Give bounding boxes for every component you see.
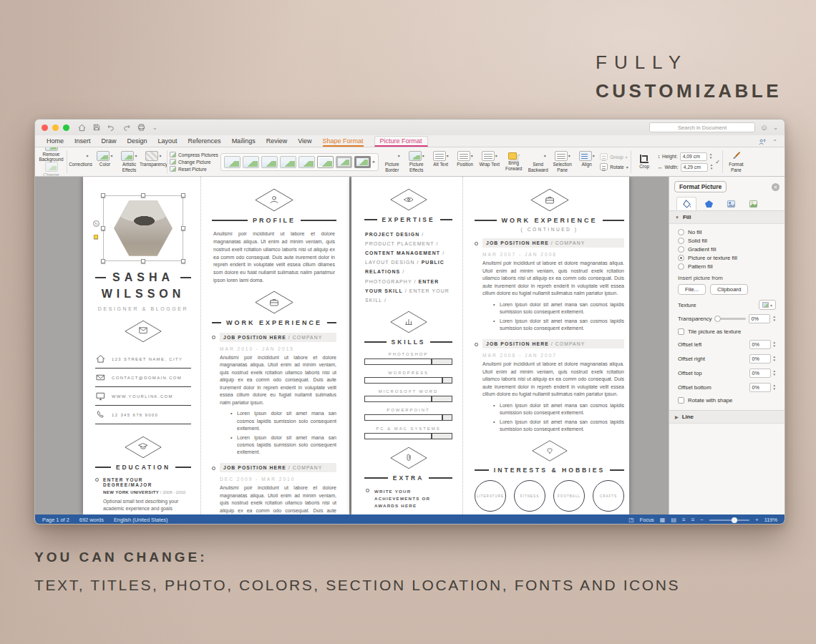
transparency-stepper[interactable]: ▲▼ (773, 316, 776, 321)
outline-view-icon[interactable]: ≡ (682, 517, 686, 523)
crop-button[interactable]: Crop (633, 155, 656, 169)
ribbon-stack-button[interactable]: Change Picture (170, 159, 218, 165)
profile-photo-selection[interactable]: ↻ (103, 195, 183, 261)
resume-page-1[interactable]: ↻ SASHA WILSSON DESIGNER & BLOGGER (83, 177, 349, 514)
fill-option-row[interactable]: Pattern fill (669, 261, 785, 270)
offset-stepper[interactable]: ▲▼ (773, 384, 776, 390)
ribbon-collapse-chevron[interactable]: ⌃ (772, 139, 777, 145)
radio-button[interactable] (678, 238, 684, 244)
page-indicator[interactable]: Page 1 of 2 (42, 517, 69, 523)
ribbon-button[interactable]: ▾ Position (454, 151, 476, 172)
redo-icon[interactable] (122, 124, 130, 131)
format-pane-button[interactable]: Format Pane (725, 151, 747, 172)
effects-tab[interactable] (699, 197, 719, 210)
selection-handle[interactable] (101, 193, 105, 197)
picture-style-thumbnail[interactable] (224, 156, 241, 168)
offset-value-input[interactable]: 0% (749, 340, 771, 349)
zoom-in-icon[interactable]: + (755, 517, 759, 523)
picture-style-thumbnail[interactable] (261, 156, 278, 168)
texture-dropdown[interactable]: ▾ (759, 300, 776, 310)
ribbon-button[interactable]: ▾ Transparency (142, 151, 165, 172)
undo-icon[interactable] (107, 124, 115, 131)
selection-handle[interactable] (101, 226, 105, 230)
focus-toggle[interactable]: Focus (640, 517, 654, 523)
selection-handle[interactable] (181, 193, 185, 197)
fill-option-row[interactable]: Solid fill (669, 235, 785, 244)
ribbon-button[interactable]: ▾ Align (575, 151, 598, 172)
picture-style-thumbnail[interactable] (243, 156, 259, 168)
ribbon-tab[interactable]: Shape Format (323, 137, 364, 147)
slider-knob[interactable] (714, 316, 721, 322)
selection-handle[interactable] (141, 193, 145, 197)
feedback-smiley-icon[interactable]: ☺ (760, 124, 768, 132)
radio-button[interactable] (678, 263, 684, 270)
fill-option-row[interactable]: Picture or texture fill (669, 253, 785, 261)
zoom-slider-knob[interactable] (732, 517, 737, 523)
picture-tab[interactable] (743, 197, 763, 210)
ribbon-tab[interactable]: Review (266, 137, 288, 147)
offset-value-input[interactable]: 0% (749, 383, 771, 392)
offset-stepper[interactable]: ▲▼ (773, 370, 776, 376)
selection-handle[interactable] (181, 259, 185, 263)
transparency-slider[interactable] (714, 318, 745, 320)
fill-option-row[interactable]: Gradient fill (669, 244, 785, 253)
ribbon-tab[interactable]: Draw (102, 137, 117, 147)
height-stepper[interactable]: ▲▼ (709, 153, 712, 159)
web-layout-view-icon[interactable]: ▤ (671, 517, 676, 523)
ribbon-tab[interactable]: Home (47, 137, 64, 147)
line-section-header[interactable]: ▶ Line (669, 410, 785, 424)
tile-texture-checkbox[interactable] (678, 328, 684, 335)
selection-handle[interactable] (101, 259, 105, 263)
offset-stepper[interactable]: ▲▼ (773, 341, 776, 347)
shape-adjust-handle[interactable] (94, 235, 98, 239)
gallery-expand-icon[interactable]: ▸ (373, 159, 376, 165)
zoom-slider[interactable] (709, 519, 749, 521)
ribbon-button[interactable]: ▾ Send Backward (527, 151, 549, 172)
print-icon[interactable] (137, 124, 145, 131)
width-input[interactable]: 4,29 cm (681, 163, 708, 172)
fill-line-tab[interactable] (676, 197, 696, 210)
share-button[interactable]: ⌃ (759, 139, 777, 145)
resume-page-2[interactable]: EXPERTISE PROJECT DESIGN / PRODUCT PLACE… (351, 177, 629, 514)
word-count[interactable]: 692 words (79, 517, 104, 523)
ribbon-button[interactable]: ▾ Bring Forward (502, 151, 525, 172)
rotate-handle[interactable]: ↻ (93, 220, 99, 227)
picture-style-thumbnail[interactable] (317, 156, 334, 168)
picture-style-thumbnail[interactable] (354, 156, 371, 168)
rotate-with-shape-checkbox[interactable] (678, 397, 684, 404)
panel-close-icon[interactable]: ✕ (772, 183, 779, 191)
picture-style-thumbnail[interactable] (336, 156, 352, 168)
picture-style-thumbnail[interactable] (298, 156, 315, 168)
transparency-value[interactable]: 0% (749, 314, 770, 323)
toolbar-options-chevron[interactable]: ⌄ (152, 125, 157, 131)
fill-option-row[interactable]: No fill (669, 227, 785, 235)
ribbon-button[interactable]: ▾ Wrap Text (478, 151, 500, 172)
ribbon-tab[interactable]: Design (127, 137, 147, 147)
ribbon-button[interactable]: Remove Background (38, 147, 64, 162)
selection-handle[interactable] (181, 226, 185, 230)
search-input[interactable]: Search in Document (649, 122, 755, 132)
radio-button[interactable] (678, 229, 684, 235)
radio-button[interactable] (678, 246, 684, 253)
draft-view-icon[interactable]: ≡ (691, 517, 695, 523)
ribbon-button[interactable]: ▾ Corrections (69, 151, 92, 172)
smiley-chevron[interactable]: ⌄ (773, 125, 778, 131)
ribbon-button[interactable]: ▾ Selection Pane (551, 151, 573, 172)
ribbon-button[interactable]: ▾ Color (94, 151, 116, 172)
selection-handle[interactable] (141, 259, 145, 263)
height-input[interactable]: 4,09 cm (680, 152, 707, 161)
width-stepper[interactable]: ▲▼ (710, 164, 713, 170)
offset-value-input[interactable]: 0% (749, 369, 771, 378)
offset-value-input[interactable]: 0% (749, 354, 771, 364)
minimize-window-button[interactable] (52, 125, 59, 131)
ribbon-tab[interactable]: Picture Format (374, 136, 428, 147)
ribbon-inline-button[interactable]: Rotate ▾ (600, 163, 628, 170)
clipboard-button[interactable]: Clipboard (710, 284, 748, 295)
lock-aspect-checkbox[interactable]: ✓ (715, 159, 720, 165)
home-icon[interactable] (78, 124, 86, 132)
radio-button[interactable] (678, 255, 684, 261)
save-icon[interactable] (93, 124, 100, 131)
ribbon-button[interactable]: ▾ Picture Border (381, 151, 403, 172)
ribbon-button[interactable]: ▾ Picture Effects (405, 151, 427, 172)
print-layout-view-icon[interactable]: ▦ (660, 517, 666, 523)
